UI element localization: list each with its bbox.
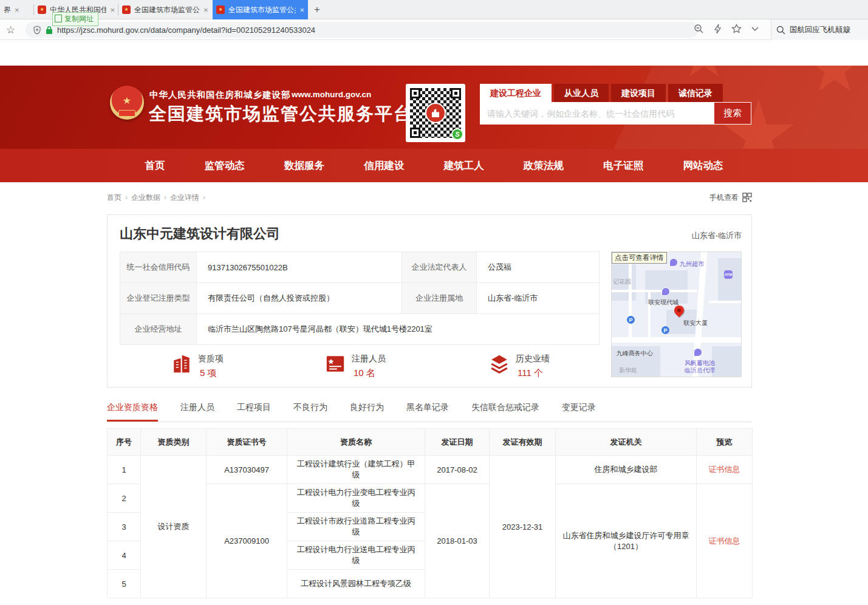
url-field[interactable] <box>26 22 699 38</box>
breadcrumb-separator: › <box>164 193 166 202</box>
search-tab-credit-record[interactable]: 诚信记录 <box>668 84 723 102</box>
browser-tab-partial[interactable]: 界 × <box>0 0 34 19</box>
padlock-icon <box>46 26 53 35</box>
close-icon[interactable]: × <box>203 6 208 14</box>
copy-url-label: 复制网址 <box>64 14 94 24</box>
info-label: 统一社会信用代码 <box>120 252 197 283</box>
nav-item-workers[interactable]: 建筑工人 <box>444 159 484 173</box>
map-label-xinhua: 新华苑 <box>619 366 637 375</box>
stat-value: 111 个 <box>516 367 550 379</box>
cell-seq: 1 <box>108 456 141 484</box>
info-value-address: 临沂市兰山区陶然路107号星河晶都（联安）现代城1号楼2201室 <box>197 314 600 345</box>
browser-tab-active[interactable]: 全国建筑市场监管公共服务平台 × <box>213 0 308 19</box>
tab-bad-behavior[interactable]: 不良行为 <box>293 402 327 422</box>
copy-url-tooltip: 复制网址 <box>52 12 98 26</box>
stat-value: 5 项 <box>198 367 224 379</box>
qr-center-logo-icon <box>425 103 446 123</box>
mobile-view-label: 手机查看 <box>709 193 739 203</box>
search-tab-project[interactable]: 建设项目 <box>611 84 666 102</box>
tab-good-behavior[interactable]: 良好行为 <box>350 402 384 422</box>
cell-authority: 住房和城乡建设部 <box>556 456 697 484</box>
breadcrumb: 首页 › 企业数据 › 企业详情 › 手机查看 <box>107 191 752 204</box>
nav-item-home[interactable]: 首页 <box>145 159 165 173</box>
col-header-preview: 预览 <box>697 429 753 456</box>
quick-search-box[interactable]: 国航回应飞机颠簸 <box>771 19 868 40</box>
shield-plus-icon[interactable] <box>33 26 41 35</box>
nav-item-site-news[interactable]: 网站动态 <box>683 159 723 173</box>
stat-registered-personnel: 注册人员 10 名 <box>325 354 386 379</box>
favorite-star-icon[interactable] <box>731 24 742 34</box>
layers-icon <box>489 354 510 374</box>
cert-info-link[interactable]: 证书信息 <box>709 465 740 474</box>
location-map[interactable]: 九州超市 记花园 联安现代城 联安大厦 九峰商务中心 新华苑 风帆蓄电池 临沂总… <box>611 251 742 377</box>
copy-icon <box>56 16 62 22</box>
browser-tab-jzsc[interactable]: 全国建筑市场监管公共服务平台 × <box>118 0 213 19</box>
stat-value: 10 名 <box>352 367 386 379</box>
breadcrumb-company-data[interactable]: 企业数据 <box>131 193 160 203</box>
stat-label: 资质项 <box>198 354 224 364</box>
company-info-table: 统一社会信用代码 91371302675501022B 企业法定代表人 公茂福 … <box>120 251 600 345</box>
cell-name: 工程设计建筑行业（建筑工程）甲级 <box>287 456 425 484</box>
cell-name: 工程设计风景园林工程专项乙级 <box>287 570 425 598</box>
map-label-battery-2: 临沂总代理 <box>685 366 715 375</box>
cell-seq: 5 <box>108 570 141 598</box>
tab-dishonesty[interactable]: 失信联合惩戒记录 <box>471 402 539 422</box>
close-icon[interactable]: × <box>299 6 304 14</box>
tab-qualifications[interactable]: 企业资质资格 <box>107 402 158 422</box>
nav-item-credit[interactable]: 信用建设 <box>364 159 404 173</box>
cell-category: 设计资质 <box>141 456 207 598</box>
bookmark-star-icon[interactable] <box>6 24 15 36</box>
breadcrumb-separator: › <box>125 193 128 202</box>
cell-authority: 山东省住房和城乡建设厅许可专用章（1201） <box>556 484 697 598</box>
table-header-row: 序号 资质类别 资质证书号 资质名称 发证日期 发证有效期 发证机关 预览 <box>108 429 753 456</box>
col-header-authority: 发证机关 <box>556 429 697 456</box>
col-header-category: 资质类别 <box>141 429 207 456</box>
tab-registered-personnel[interactable]: 注册人员 <box>180 402 214 422</box>
table-row: 1 设计资质 A137030497 工程设计建筑行业（建筑工程）甲级 2017-… <box>108 456 753 484</box>
tab-blacklist[interactable]: 黑名单记录 <box>406 402 449 422</box>
close-icon[interactable]: × <box>15 6 19 14</box>
qr-mini-icon[interactable] <box>742 193 752 202</box>
keyword-search-input[interactable] <box>480 102 751 125</box>
cell-issue-date: 2018-01-03 <box>425 484 490 598</box>
building-icon <box>171 354 192 374</box>
map-label-lianan-tower: 联安大厦 <box>683 319 708 327</box>
breadcrumb-home[interactable]: 首页 <box>107 193 121 203</box>
site-favicon-icon <box>216 5 225 14</box>
map-label-jiufeng: 九峰商务中心 <box>617 349 653 358</box>
search-button[interactable]: 搜索 <box>714 102 751 125</box>
nav-item-e-license[interactable]: 电子证照 <box>603 159 643 173</box>
close-icon[interactable]: × <box>110 6 115 14</box>
parking-icon <box>627 316 635 324</box>
map-road <box>629 252 632 337</box>
search-tab-personnel[interactable]: 从业人员 <box>554 84 609 102</box>
cell-name: 工程设计电力行业变电工程专业丙级 <box>287 484 425 513</box>
battery-poi-icon <box>694 348 702 357</box>
cert-info-link[interactable]: 证书信息 <box>709 536 740 545</box>
zoom-out-icon[interactable] <box>694 24 704 34</box>
nav-item-supervision[interactable]: 监管动态 <box>205 159 245 173</box>
cell-issue-date: 2017-08-02 <box>425 456 490 484</box>
breadcrumb-company-detail[interactable]: 企业详情 <box>170 193 199 203</box>
nav-item-data-service[interactable]: 数据服务 <box>284 159 324 173</box>
qualification-table: 序号 资质类别 资质证书号 资质名称 发证日期 发证有效期 发证机关 预览 1 … <box>107 428 753 598</box>
url-input[interactable] <box>57 26 604 35</box>
new-tab-button[interactable] <box>311 4 323 16</box>
info-value-credit-code: 91371302675501022B <box>197 252 402 283</box>
quick-search-text: 国航回应飞机颠簸 <box>790 25 850 35</box>
nav-item-policy[interactable]: 政策法规 <box>524 159 564 173</box>
flash-icon[interactable] <box>714 24 722 34</box>
chevron-down-icon[interactable] <box>751 27 759 32</box>
map-tooltip: 点击可查看详情 <box>612 252 667 264</box>
tab-projects[interactable]: 工程项目 <box>237 402 271 422</box>
breadcrumb-separator: › <box>203 193 205 202</box>
col-header-name: 资质名称 <box>287 429 425 456</box>
address-bar-icons <box>694 24 759 34</box>
cell-seq: 4 <box>108 541 141 570</box>
col-header-validity: 发证有效期 <box>490 429 556 456</box>
detail-tab-bar: 企业资质资格 注册人员 工程项目 不良行为 良好行为 黑名单记录 失信联合惩戒记… <box>107 402 752 422</box>
search-tab-enterprise[interactable]: 建设工程企业 <box>480 84 552 102</box>
site-favicon-icon <box>122 5 131 14</box>
tab-change-record[interactable]: 变更记录 <box>562 402 596 422</box>
supermarket-poi-icon <box>669 258 678 267</box>
